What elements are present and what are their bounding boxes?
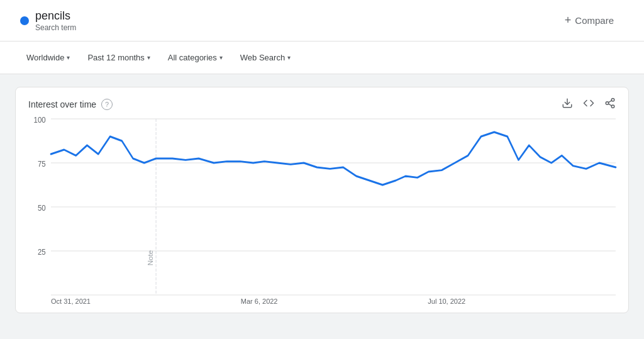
worldwide-arrow-icon: ▾ bbox=[67, 54, 70, 61]
page-wrapper: pencils Search term + Compare Worldwide … bbox=[0, 0, 644, 339]
embed-icon[interactable] bbox=[583, 97, 594, 111]
svg-text:25: 25 bbox=[38, 247, 46, 257]
chart-actions bbox=[562, 97, 616, 111]
compare-plus-icon: + bbox=[565, 14, 572, 27]
date-label-1: Oct 31, 2021 bbox=[51, 297, 91, 305]
filter-past12months[interactable]: Past 12 months ▾ bbox=[81, 49, 156, 66]
term-info: pencils Search term bbox=[35, 9, 76, 32]
svg-line-5 bbox=[608, 101, 611, 103]
date-label-2: Mar 6, 2022 bbox=[241, 297, 278, 305]
svg-text:75: 75 bbox=[38, 159, 46, 169]
help-icon[interactable]: ? bbox=[101, 99, 113, 110]
filters-bar: Worldwide ▾ Past 12 months ▾ All categor… bbox=[0, 42, 644, 74]
chart-title: Interest over time bbox=[28, 99, 96, 109]
chart-header: Interest over time ? bbox=[16, 97, 628, 119]
chart-title-group: Interest over time ? bbox=[28, 99, 113, 110]
past12months-arrow-icon: ▾ bbox=[147, 54, 150, 61]
svg-text:Note: Note bbox=[147, 250, 153, 266]
allcategories-arrow-icon: ▾ bbox=[219, 54, 223, 61]
compare-button[interactable]: + Compare bbox=[555, 9, 624, 32]
term-name: pencils bbox=[35, 9, 76, 23]
filter-websearch-label: Web Search bbox=[240, 53, 285, 62]
filter-allcategories-label: All categories bbox=[168, 53, 217, 62]
main-content: Interest over time ? bbox=[0, 74, 644, 323]
term-dot bbox=[20, 16, 29, 25]
filter-allcategories[interactable]: All categories ▾ bbox=[162, 49, 229, 66]
chart-svg: 100 75 50 25 Note bbox=[51, 119, 616, 295]
chart-card: Interest over time ? bbox=[15, 87, 629, 313]
term-type: Search term bbox=[35, 23, 76, 32]
filter-past12months-label: Past 12 months bbox=[87, 53, 144, 62]
svg-line-4 bbox=[608, 104, 611, 106]
filter-worldwide-label: Worldwide bbox=[26, 53, 64, 62]
chart-area: 100 75 50 25 Note bbox=[16, 119, 628, 295]
filter-websearch[interactable]: Web Search ▾ bbox=[234, 49, 297, 66]
websearch-arrow-icon: ▾ bbox=[287, 54, 291, 61]
compare-label: Compare bbox=[575, 15, 614, 26]
trend-line bbox=[51, 132, 616, 185]
download-icon[interactable] bbox=[562, 97, 573, 111]
help-text: ? bbox=[105, 101, 109, 108]
share-icon[interactable] bbox=[604, 97, 616, 111]
filter-worldwide[interactable]: Worldwide ▾ bbox=[20, 49, 76, 66]
date-label-3: Jul 10, 2022 bbox=[428, 297, 465, 305]
search-term-bar: pencils Search term + Compare bbox=[0, 0, 644, 42]
svg-text:50: 50 bbox=[38, 203, 46, 213]
date-labels: Oct 31, 2021 Mar 6, 2022 Jul 10, 2022 bbox=[16, 295, 628, 308]
svg-text:100: 100 bbox=[34, 115, 46, 125]
term-left: pencils Search term bbox=[20, 9, 76, 32]
